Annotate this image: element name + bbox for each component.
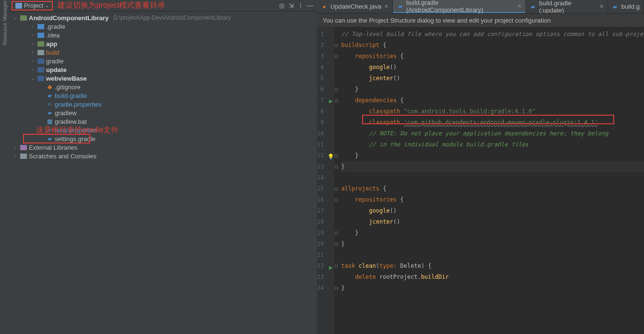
tree-item[interactable]: ‹›gradle.properties <box>10 100 317 108</box>
expand-arrow-icon[interactable]: ⌄ <box>12 15 18 20</box>
tree-item[interactable]: ›build <box>10 48 317 57</box>
code-line[interactable]: dependencies { <box>341 95 644 106</box>
fold-marker[interactable]: ⊟ <box>334 183 338 194</box>
fold-marker[interactable] <box>334 117 338 128</box>
run-gutter[interactable]: ▶ 💡 ▶ <box>328 27 334 334</box>
tree-item[interactable]: ›.gradle <box>10 22 317 31</box>
gradle-icon: ▰ <box>46 135 53 142</box>
fold-marker[interactable]: ⊟ <box>334 161 338 172</box>
editor-tab[interactable]: ▰build.gradle (:update)✕ <box>526 0 608 13</box>
close-icon[interactable]: ✕ <box>517 3 522 9</box>
bulb-icon[interactable]: 💡 <box>328 154 334 159</box>
code-line[interactable]: } <box>341 150 644 161</box>
code-line[interactable]: classpath "com.android.tools.build:gradl… <box>341 106 644 117</box>
run-icon[interactable]: ▶ <box>329 265 333 270</box>
code-line[interactable]: allprojects { <box>341 183 644 194</box>
tree-item[interactable]: ⌄webviewBase <box>10 74 317 83</box>
expand-arrow-icon[interactable]: › <box>12 154 18 158</box>
project-view-dropdown[interactable]: Project ⌄ <box>12 1 53 11</box>
gradle-icon: ▰ <box>46 92 53 99</box>
fold-marker[interactable]: ⊟ <box>334 283 338 294</box>
code-line[interactable]: } <box>341 239 644 250</box>
run-icon[interactable]: ▶ <box>329 98 333 104</box>
tree-item[interactable]: ▰settings.gradle <box>10 134 317 143</box>
close-icon[interactable]: ✕ <box>384 3 389 10</box>
expand-arrow-icon[interactable]: › <box>30 59 36 63</box>
code-line[interactable]: classpath 'com.github.dcendents:android-… <box>341 117 644 128</box>
code-line[interactable]: // Top-level build file where you can ad… <box>341 29 644 40</box>
dropdown-label: Project <box>24 2 43 9</box>
fold-marker[interactable]: ⊟ <box>334 150 338 161</box>
collapse-icon[interactable]: ⇲ <box>286 1 296 11</box>
code-line[interactable]: // in the individual module build.gradle… <box>341 139 644 150</box>
line-number: 22 <box>317 261 324 272</box>
fold-marker[interactable] <box>334 205 338 216</box>
code-line[interactable]: } <box>341 84 644 95</box>
fold-marker[interactable]: ⊟ <box>334 40 338 51</box>
settings-icon[interactable]: ⁞ <box>296 1 305 11</box>
code-line[interactable]: // NOTE: Do not place your application d… <box>341 128 644 139</box>
tree-root[interactable]: ⌄ AndroidComponentLibrary D:\project\App… <box>10 13 317 22</box>
hide-icon[interactable]: — <box>305 1 315 11</box>
tree-item[interactable]: ▰gradlew <box>10 108 317 117</box>
expand-arrow-icon[interactable]: ⌄ <box>30 76 36 81</box>
editor-tab[interactable]: ●UpdateCheck.java✕ <box>317 0 393 13</box>
code-line[interactable]: jcenter() <box>341 73 644 84</box>
code-line[interactable]: buildscript { <box>341 40 644 51</box>
fold-marker[interactable] <box>334 172 338 183</box>
fold-marker[interactable] <box>334 106 338 117</box>
expand-arrow-icon[interactable]: › <box>12 145 18 150</box>
code-line[interactable]: repositories { <box>341 194 644 205</box>
tree-item[interactable]: ›External Libraries <box>10 143 317 152</box>
code-line[interactable]: } <box>341 283 644 294</box>
fold-marker[interactable] <box>334 62 338 73</box>
fold-marker[interactable] <box>334 29 338 40</box>
expand-arrow-icon[interactable]: › <box>30 50 36 55</box>
fold-marker[interactable] <box>334 272 338 283</box>
code-line[interactable]: google() <box>341 62 644 73</box>
fold-marker[interactable]: ⊟ <box>334 84 338 95</box>
expand-arrow-icon[interactable]: › <box>30 67 36 72</box>
expand-arrow-icon[interactable]: › <box>30 24 36 29</box>
select-opened-icon[interactable]: ◎ <box>277 1 286 11</box>
left-tool-rail[interactable]: Resource Manager <box>0 0 10 334</box>
tree-item[interactable]: ▦gradlew.bat <box>10 117 317 126</box>
code-line[interactable]: task clean(type: Delete) { <box>341 261 644 272</box>
notification-bar[interactable]: You can use the Project Structure dialog… <box>317 13 644 27</box>
code-line[interactable]: repositories { <box>341 51 644 62</box>
fold-marker[interactable]: ⊟ <box>334 239 338 250</box>
tree-item[interactable]: ›Scratches and Consoles <box>10 152 317 160</box>
tree-item[interactable]: ›.idea <box>10 31 317 39</box>
fold-marker[interactable]: ⊟ <box>334 227 338 239</box>
tree-item[interactable]: ◆.gitignore <box>10 83 317 91</box>
tree-item[interactable]: ›update <box>10 65 317 74</box>
fold-marker[interactable] <box>334 128 338 139</box>
tree-item[interactable]: ›app <box>10 39 317 48</box>
expand-arrow-icon[interactable]: › <box>30 41 36 46</box>
fold-marker[interactable]: ⊟ <box>334 51 338 62</box>
resource-manager-tab[interactable]: Resource Manager <box>2 0 8 45</box>
fold-marker[interactable] <box>334 250 338 261</box>
code-line[interactable] <box>341 172 644 183</box>
close-icon[interactable]: ✕ <box>599 3 604 10</box>
fold-marker[interactable] <box>334 73 338 84</box>
fold-marker[interactable]: ⊟ <box>334 194 338 205</box>
fold-marker[interactable] <box>334 216 338 227</box>
code-editor[interactable]: // Top-level build file where you can ad… <box>338 27 644 334</box>
code-line[interactable]: jcenter() <box>341 216 644 227</box>
fold-marker[interactable]: ⊟ <box>334 95 338 106</box>
tree-item[interactable]: ▰build.gradle <box>10 91 317 100</box>
code-line[interactable]: google() <box>341 205 644 216</box>
code-line[interactable]: delete rootProject.buildDir <box>341 272 644 283</box>
tree-item[interactable]: ›gradle <box>10 57 317 65</box>
fold-marker[interactable]: ⊟ <box>334 261 338 272</box>
editor-tab[interactable]: ▰build.gradle (AndroidComponentLibrary)✕ <box>393 0 526 13</box>
expand-arrow-icon[interactable]: › <box>30 33 36 37</box>
tree-item-label: app <box>46 40 57 48</box>
fold-marker[interactable] <box>334 139 338 150</box>
code-line[interactable]: } <box>341 227 644 239</box>
fold-gutter[interactable]: ⊟⊟ ⊟⊟ ⊟⊟ ⊟⊟ ⊟⊟ ⊟ ⊟ <box>334 27 338 334</box>
editor-tab[interactable]: ▰build.g <box>608 0 644 13</box>
code-line[interactable] <box>341 250 644 261</box>
code-line[interactable]: } <box>341 161 644 172</box>
